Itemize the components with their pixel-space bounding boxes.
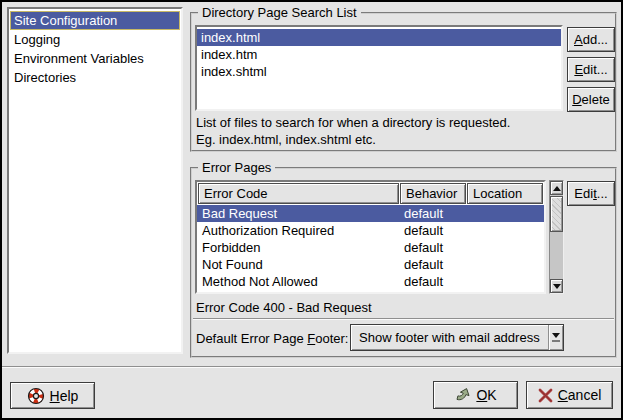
default-error-page-footer-dropdown[interactable]: Show footer with email address [350, 324, 564, 351]
list-item-index-shtml[interactable]: index.shtml [197, 63, 561, 80]
search-file-list[interactable]: index.html index.htm index.shtml [195, 25, 563, 111]
ok-button[interactable]: OK [433, 381, 518, 409]
arrow-up-icon [553, 186, 561, 191]
dropdown-arrow-icon [548, 325, 563, 350]
edit-file-button[interactable]: Edit... [567, 57, 615, 82]
life-preserver-icon [27, 387, 45, 405]
dialog-footer-separator [2, 366, 621, 368]
config-section-list[interactable]: Site Configuration Logging Environment V… [7, 7, 183, 354]
column-header-error-code[interactable]: Error Code [198, 183, 399, 204]
error-pages-frame: Error Pages Error Code Behavior Location… [190, 167, 617, 358]
cancel-button[interactable]: Cancel [526, 381, 613, 409]
error-table-header: Error Code Behavior Location [197, 182, 544, 205]
search-list-description-line2: Eg. index.html, index.shtml etc. [196, 131, 376, 148]
column-header-behavior[interactable]: Behavior [400, 183, 466, 204]
table-row-authorization-required[interactable]: Authorization Required default [197, 222, 544, 239]
list-item-index-html[interactable]: index.html [197, 29, 561, 46]
scrollbar-thumb[interactable] [550, 196, 563, 232]
ok-arrow-icon [454, 387, 471, 404]
sidebar-item-directories[interactable]: Directories [10, 68, 180, 87]
cancel-x-icon [538, 388, 553, 403]
sidebar-item-logging[interactable]: Logging [10, 30, 180, 49]
edit-error-page-button[interactable]: Edit... [567, 181, 615, 206]
dropdown-selected-value: Show footer with email address [351, 330, 548, 345]
error-frame-separator [193, 318, 614, 320]
add-button[interactable]: Add... [567, 27, 615, 52]
directory-frame-title: Directory Page Search List [198, 5, 361, 21]
scrollbar-up-button[interactable] [550, 181, 563, 195]
error-frame-title: Error Pages [198, 160, 275, 176]
table-row-method-not-allowed[interactable]: Method Not Allowed default [197, 273, 544, 290]
arrow-down-icon [553, 284, 561, 289]
column-header-location[interactable]: Location [467, 183, 543, 204]
sidebar-item-environment-variables[interactable]: Environment Variables [10, 49, 180, 68]
table-row-forbidden[interactable]: Forbidden default [197, 239, 544, 256]
sidebar-item-site-configuration[interactable]: Site Configuration [10, 11, 180, 30]
footer-dropdown-label: Default Error Page Footer: [196, 330, 348, 347]
error-table-scrollbar[interactable] [549, 180, 564, 294]
table-row-not-found[interactable]: Not Found default [197, 256, 544, 273]
scrollbar-down-button[interactable] [550, 279, 563, 293]
list-item-index-htm[interactable]: index.htm [197, 46, 561, 63]
dialog-window: Site Configuration Logging Environment V… [0, 0, 623, 420]
table-row-bad-request[interactable]: Bad Request default [197, 205, 544, 222]
search-list-description-line1: List of files to search for when a direc… [196, 114, 510, 131]
delete-button[interactable]: Delete [567, 87, 615, 112]
directory-page-search-frame: Directory Page Search List index.html in… [190, 12, 617, 152]
help-button[interactable]: Help [10, 382, 95, 409]
selected-error-status: Error Code 400 - Bad Request [196, 300, 372, 315]
error-pages-table: Error Code Behavior Location Bad Request… [195, 180, 546, 294]
